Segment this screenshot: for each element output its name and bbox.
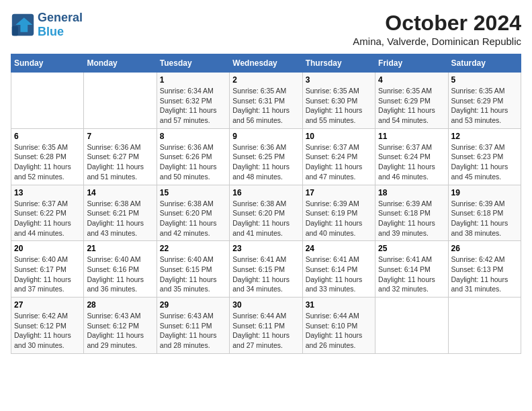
day-detail: Sunrise: 6:35 AMSunset: 6:28 PMDaylight:… xyxy=(14,142,81,182)
day-detail: Sunrise: 6:36 AMSunset: 6:27 PMDaylight:… xyxy=(87,142,153,182)
day-detail: Sunrise: 6:41 AMSunset: 6:14 PMDaylight:… xyxy=(378,255,445,294)
day-cell: 25Sunrise: 6:41 AMSunset: 6:14 PMDayligh… xyxy=(375,241,448,298)
day-cell: 14Sunrise: 6:38 AMSunset: 6:21 PMDayligh… xyxy=(84,185,157,241)
day-cell: 6Sunrise: 6:35 AMSunset: 6:28 PMDaylight… xyxy=(11,128,84,185)
day-number: 30 xyxy=(232,300,299,310)
day-number: 5 xyxy=(451,75,518,85)
day-cell: 2Sunrise: 6:35 AMSunset: 6:31 PMDaylight… xyxy=(230,73,302,129)
day-detail: Sunrise: 6:38 AMSunset: 6:20 PMDaylight:… xyxy=(232,199,299,238)
header-day-monday: Monday xyxy=(84,54,157,73)
day-number: 17 xyxy=(306,188,372,197)
day-number: 22 xyxy=(160,244,226,253)
day-detail: Sunrise: 6:38 AMSunset: 6:21 PMDaylight:… xyxy=(87,199,153,238)
logo-text: General Blue xyxy=(38,11,83,39)
day-cell: 27Sunrise: 6:42 AMSunset: 6:12 PMDayligh… xyxy=(11,298,84,354)
logo-general: General xyxy=(38,11,83,24)
day-detail: Sunrise: 6:43 AMSunset: 6:11 PMDaylight:… xyxy=(160,311,226,351)
day-cell: 17Sunrise: 6:39 AMSunset: 6:19 PMDayligh… xyxy=(302,185,375,241)
header-day-thursday: Thursday xyxy=(302,54,375,73)
day-cell: 1Sunrise: 6:34 AMSunset: 6:32 PMDaylight… xyxy=(157,73,229,129)
day-number: 2 xyxy=(232,75,299,85)
logo: General Blue xyxy=(11,11,83,39)
day-number: 9 xyxy=(232,132,299,141)
day-number: 14 xyxy=(87,188,153,197)
header-row: SundayMondayTuesdayWednesdayThursdayFrid… xyxy=(11,54,521,73)
day-cell: 16Sunrise: 6:38 AMSunset: 6:20 PMDayligh… xyxy=(230,185,302,241)
title-block: October 2024 Amina, Valverde, Dominican … xyxy=(353,11,521,47)
day-number: 6 xyxy=(14,132,81,141)
day-number: 7 xyxy=(87,132,153,141)
day-cell: 10Sunrise: 6:37 AMSunset: 6:24 PMDayligh… xyxy=(302,128,375,185)
day-detail: Sunrise: 6:35 AMSunset: 6:29 PMDaylight:… xyxy=(378,86,445,126)
day-cell: 31Sunrise: 6:44 AMSunset: 6:10 PMDayligh… xyxy=(302,298,375,354)
day-cell: 11Sunrise: 6:37 AMSunset: 6:24 PMDayligh… xyxy=(375,128,448,185)
day-detail: Sunrise: 6:37 AMSunset: 6:22 PMDaylight:… xyxy=(14,199,81,238)
day-cell: 4Sunrise: 6:35 AMSunset: 6:29 PMDaylight… xyxy=(375,73,448,129)
day-number: 8 xyxy=(160,132,226,141)
day-number: 23 xyxy=(232,244,299,253)
day-cell: 22Sunrise: 6:40 AMSunset: 6:15 PMDayligh… xyxy=(157,241,229,298)
week-row-4: 20Sunrise: 6:40 AMSunset: 6:17 PMDayligh… xyxy=(11,241,521,298)
day-cell xyxy=(84,73,157,129)
day-cell: 8Sunrise: 6:36 AMSunset: 6:26 PMDaylight… xyxy=(157,128,229,185)
day-cell: 9Sunrise: 6:36 AMSunset: 6:25 PMDaylight… xyxy=(230,128,302,185)
day-detail: Sunrise: 6:44 AMSunset: 6:10 PMDaylight:… xyxy=(306,311,372,351)
svg-rect-2 xyxy=(12,26,18,36)
day-cell: 12Sunrise: 6:37 AMSunset: 6:23 PMDayligh… xyxy=(448,128,521,185)
day-number: 3 xyxy=(306,75,372,85)
week-row-5: 27Sunrise: 6:42 AMSunset: 6:12 PMDayligh… xyxy=(11,298,521,354)
day-number: 10 xyxy=(306,132,372,141)
header-day-saturday: Saturday xyxy=(448,54,521,73)
day-detail: Sunrise: 6:44 AMSunset: 6:11 PMDaylight:… xyxy=(232,311,299,351)
day-detail: Sunrise: 6:43 AMSunset: 6:12 PMDaylight:… xyxy=(87,311,153,351)
day-cell: 19Sunrise: 6:39 AMSunset: 6:18 PMDayligh… xyxy=(448,185,521,241)
day-detail: Sunrise: 6:42 AMSunset: 6:12 PMDaylight:… xyxy=(14,311,81,351)
day-cell: 13Sunrise: 6:37 AMSunset: 6:22 PMDayligh… xyxy=(11,185,84,241)
day-number: 20 xyxy=(14,244,81,253)
day-cell xyxy=(375,298,448,354)
day-cell: 23Sunrise: 6:41 AMSunset: 6:15 PMDayligh… xyxy=(230,241,302,298)
page-header: General Blue October 2024 Amina, Valverd… xyxy=(11,11,521,47)
day-detail: Sunrise: 6:37 AMSunset: 6:24 PMDaylight:… xyxy=(306,142,372,182)
day-detail: Sunrise: 6:37 AMSunset: 6:23 PMDaylight:… xyxy=(451,142,518,182)
day-number: 1 xyxy=(160,75,226,85)
header-day-friday: Friday xyxy=(375,54,448,73)
day-number: 29 xyxy=(160,300,226,310)
day-cell: 24Sunrise: 6:41 AMSunset: 6:14 PMDayligh… xyxy=(302,241,375,298)
day-number: 24 xyxy=(306,244,372,253)
day-cell: 18Sunrise: 6:39 AMSunset: 6:18 PMDayligh… xyxy=(375,185,448,241)
day-number: 13 xyxy=(14,188,81,197)
day-detail: Sunrise: 6:39 AMSunset: 6:18 PMDaylight:… xyxy=(378,199,445,238)
day-cell: 20Sunrise: 6:40 AMSunset: 6:17 PMDayligh… xyxy=(11,241,84,298)
calendar-header: SundayMondayTuesdayWednesdayThursdayFrid… xyxy=(11,54,521,73)
day-detail: Sunrise: 6:37 AMSunset: 6:24 PMDaylight:… xyxy=(378,142,445,182)
day-cell xyxy=(448,298,521,354)
day-detail: Sunrise: 6:36 AMSunset: 6:25 PMDaylight:… xyxy=(232,142,299,182)
calendar-table: SundayMondayTuesdayWednesdayThursdayFrid… xyxy=(11,54,521,354)
header-day-tuesday: Tuesday xyxy=(157,54,229,73)
day-cell: 29Sunrise: 6:43 AMSunset: 6:11 PMDayligh… xyxy=(157,298,229,354)
day-number: 31 xyxy=(306,300,372,310)
day-detail: Sunrise: 6:42 AMSunset: 6:13 PMDaylight:… xyxy=(451,255,518,294)
day-number: 26 xyxy=(451,244,518,253)
day-detail: Sunrise: 6:40 AMSunset: 6:17 PMDaylight:… xyxy=(14,255,81,294)
day-cell: 3Sunrise: 6:35 AMSunset: 6:30 PMDaylight… xyxy=(302,73,375,129)
logo-blue: Blue xyxy=(38,25,64,38)
day-number: 21 xyxy=(87,244,153,253)
day-detail: Sunrise: 6:38 AMSunset: 6:20 PMDaylight:… xyxy=(160,199,226,238)
day-cell: 28Sunrise: 6:43 AMSunset: 6:12 PMDayligh… xyxy=(84,298,157,354)
calendar-subtitle: Amina, Valverde, Dominican Republic xyxy=(353,36,521,47)
calendar-title: October 2024 xyxy=(353,11,521,36)
week-row-2: 6Sunrise: 6:35 AMSunset: 6:28 PMDaylight… xyxy=(11,128,521,185)
day-cell: 30Sunrise: 6:44 AMSunset: 6:11 PMDayligh… xyxy=(230,298,302,354)
day-detail: Sunrise: 6:40 AMSunset: 6:16 PMDaylight:… xyxy=(87,255,153,294)
day-number: 12 xyxy=(451,132,518,141)
header-day-wednesday: Wednesday xyxy=(230,54,302,73)
day-number: 16 xyxy=(232,188,299,197)
day-detail: Sunrise: 6:41 AMSunset: 6:14 PMDaylight:… xyxy=(306,255,372,294)
day-detail: Sunrise: 6:35 AMSunset: 6:30 PMDaylight:… xyxy=(306,86,372,126)
logo-icon xyxy=(11,13,35,37)
day-detail: Sunrise: 6:34 AMSunset: 6:32 PMDaylight:… xyxy=(160,86,226,126)
day-cell xyxy=(11,73,84,129)
day-number: 15 xyxy=(160,188,226,197)
